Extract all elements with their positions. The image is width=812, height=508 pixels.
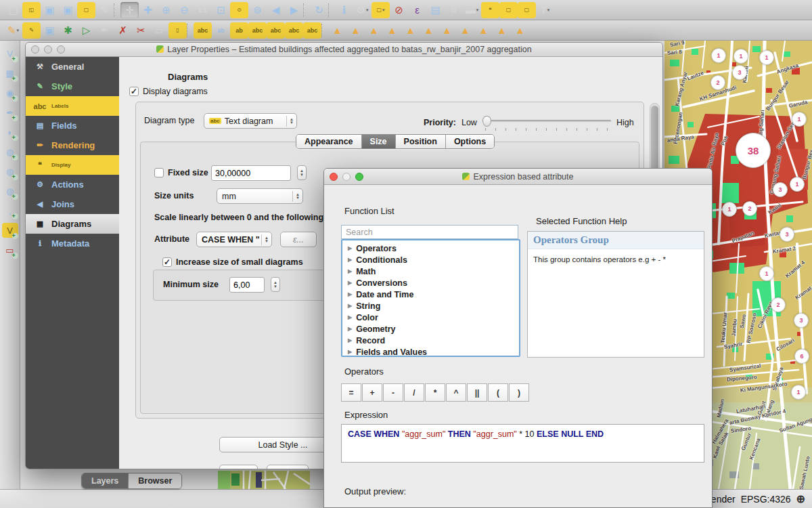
sidebar-item[interactable]: ⚙ Actions: [26, 175, 119, 194]
add-wcs-layer[interactable]: ◍: [2, 164, 18, 179]
diagram-type-dropdown[interactable]: abc Text diagram ▲▼: [204, 113, 297, 129]
function-group[interactable]: ▶ Operators: [342, 242, 519, 254]
new-bookmark[interactable]: ▢: [499, 2, 518, 18]
save-project-as[interactable]: ▣: [59, 2, 77, 18]
save-layer-edits[interactable]: ▣: [41, 22, 59, 39]
function-group[interactable]: ▶ Record: [342, 335, 519, 346]
minimum-size-input[interactable]: [229, 277, 265, 293]
sidebar-item[interactable]: abc Labels: [26, 96, 119, 116]
label-change[interactable]: abc: [303, 22, 321, 39]
zoom-next[interactable]: ▶: [285, 2, 303, 18]
lp-titlebar[interactable]: Layer Properties – Estimated buildings a…: [26, 43, 662, 57]
label-move[interactable]: abc: [267, 22, 285, 39]
function-group[interactable]: ▶ String: [342, 300, 519, 312]
add-wms-layer[interactable]: ◍: [2, 144, 18, 159]
priority-slider[interactable]: [482, 116, 611, 129]
operator-button[interactable]: -: [383, 383, 403, 402]
chevron-right-icon[interactable]: ▶: [348, 245, 352, 251]
function-group[interactable]: ▶ Conversions: [342, 277, 519, 289]
deselect-features[interactable]: ⊘: [390, 2, 408, 18]
move-feature[interactable]: ▷: [77, 22, 95, 39]
show-bookmarks[interactable]: ▢: [518, 2, 536, 18]
add-vector-layer[interactable]: V: [2, 46, 18, 61]
operator-button[interactable]: +: [362, 383, 382, 402]
sidebar-item[interactable]: ℹ Metadata: [26, 234, 119, 253]
toolbar-button[interactable]: [114, 3, 120, 17]
pan-map[interactable]: ✛: [120, 2, 139, 18]
copy-features[interactable]: ▱: [150, 22, 168, 39]
zoom-out[interactable]: ⊖: [175, 2, 194, 18]
chevron-right-icon[interactable]: ▶: [348, 314, 352, 320]
function-group[interactable]: ▶ Math: [342, 266, 519, 277]
attribute-table[interactable]: ▤: [426, 2, 445, 18]
inasafe-converter[interactable]: ▲: [438, 22, 456, 39]
zoom-full[interactable]: ⊡: [212, 2, 230, 18]
sidebar-item[interactable]: ⚒ General: [26, 57, 119, 77]
zoom-last[interactable]: ◀: [267, 2, 285, 18]
select-features[interactable]: ▢: [371, 2, 390, 18]
inasafe-database[interactable]: ▲: [493, 22, 511, 39]
tab-layers[interactable]: Layers: [82, 473, 129, 488]
chevron-right-icon[interactable]: ▶: [348, 268, 352, 274]
inasafe-refresh[interactable]: ▲: [365, 22, 383, 39]
label-visibility[interactable]: abc: [248, 22, 267, 39]
identify-features[interactable]: ℹ: [335, 2, 353, 18]
attribute-dropdown[interactable]: CASE WHEN " ▲▼: [196, 232, 272, 247]
diagram-tab[interactable]: Options: [446, 135, 494, 148]
node-tool[interactable]: ✒: [95, 22, 114, 39]
zoom-to-selection[interactable]: ⊙: [230, 2, 248, 18]
inasafe-user[interactable]: ▲: [420, 22, 438, 39]
chevron-right-icon[interactable]: ▶: [348, 349, 352, 355]
run-feature-action[interactable]: ⚙: [353, 2, 371, 18]
function-group[interactable]: ▶ Date and Time: [342, 289, 519, 300]
zoom-in[interactable]: ⊕: [157, 2, 175, 18]
add-mssql-layer[interactable]: ◗: [2, 125, 18, 140]
chevron-right-icon[interactable]: ▶: [348, 337, 352, 343]
operator-button[interactable]: *: [425, 383, 445, 402]
diagram-tab[interactable]: Appearance: [296, 135, 362, 148]
display-diagrams-checkbox[interactable]: ✓: [129, 87, 139, 96]
field-calculator[interactable]: ε: [408, 2, 426, 18]
crs-globe-icon[interactable]: ⊕: [796, 492, 805, 505]
function-group[interactable]: ▶ Geometry: [342, 323, 519, 335]
zoom-native[interactable]: 1:1: [194, 2, 212, 18]
statistical-summary[interactable]: ⌗: [445, 2, 463, 18]
label-diagram[interactable]: ab: [212, 22, 230, 39]
new-shapefile-layer[interactable]: V: [2, 223, 18, 238]
add-spatialite-layer[interactable]: ✒: [2, 105, 18, 120]
new-project[interactable]: ▢: [4, 2, 22, 18]
crs-status[interactable]: EPSG:4326: [741, 494, 791, 505]
open-project[interactable]: ◱: [22, 2, 41, 18]
inasafe-options[interactable]: ▲: [383, 22, 401, 39]
text-annotation[interactable]: T: [536, 2, 554, 18]
add-wfs-layer[interactable]: ◍: [2, 184, 18, 198]
increase-size-checkbox[interactable]: ✓: [162, 257, 172, 267]
new-print-composer[interactable]: ▢: [77, 2, 95, 18]
sidebar-item[interactable]: ◀ Joins: [26, 194, 119, 214]
tab-browser[interactable]: Browser: [129, 473, 181, 488]
ex-titlebar[interactable]: Expression based attribute: [324, 169, 712, 185]
operator-button[interactable]: ^: [446, 383, 466, 402]
sidebar-item[interactable]: ▤ Fields: [26, 116, 119, 135]
operator-button[interactable]: /: [404, 383, 424, 402]
label-rotate[interactable]: abc: [285, 22, 303, 39]
current-edits[interactable]: ✎: [4, 22, 22, 39]
minimum-size-stepper[interactable]: ▲▼: [271, 277, 280, 292]
toolbar-button[interactable]: [187, 24, 194, 37]
expression-editor[interactable]: CASE WHEN "aggr_sum" THEN "aggr_sum" * 1…: [341, 424, 704, 463]
sidebar-item[interactable]: ✎ Style: [26, 77, 119, 96]
chevron-right-icon[interactable]: ▶: [348, 326, 352, 332]
add-postgis-layer[interactable]: ◉: [2, 85, 18, 100]
zoom-to-layer[interactable]: ⊚: [248, 2, 267, 18]
paste-features[interactable]: ▯: [168, 22, 187, 39]
sidebar-item[interactable]: ▦ Diagrams: [26, 214, 119, 234]
remove-layer[interactable]: ▭: [2, 242, 18, 257]
inasafe-dock[interactable]: ▲: [328, 22, 346, 39]
composer-manager[interactable]: ✎: [95, 2, 114, 18]
toolbar-button[interactable]: [328, 3, 335, 17]
refresh-map[interactable]: ↻: [310, 2, 328, 18]
toggle-editing[interactable]: ✎: [22, 22, 41, 39]
inasafe-report[interactable]: ▲: [401, 22, 420, 39]
inasafe-download[interactable]: ▲: [474, 22, 493, 39]
function-group[interactable]: ▶ Fields and Values: [342, 346, 519, 357]
